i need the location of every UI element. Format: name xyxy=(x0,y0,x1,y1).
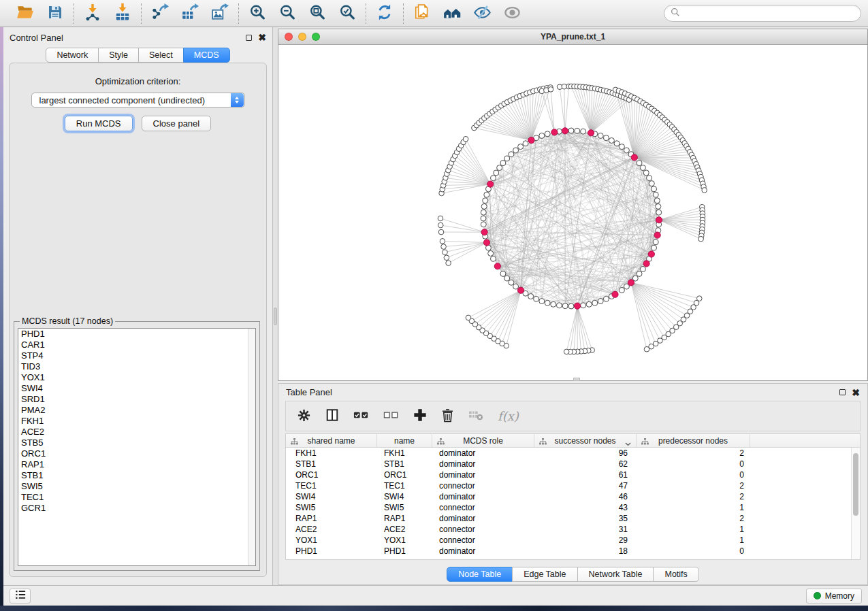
table-cell[interactable]: 96 xyxy=(534,448,637,458)
table-cell[interactable]: 2 xyxy=(637,514,750,523)
show-columns-button[interactable] xyxy=(325,408,339,424)
graph-node[interactable] xyxy=(490,176,496,181)
table-cell[interactable]: 43 xyxy=(534,503,637,512)
delete-button[interactable] xyxy=(441,408,454,425)
table-cell[interactable]: YOX1 xyxy=(377,535,432,545)
table-cell[interactable]: STB1 xyxy=(377,459,432,469)
mcds-result-item[interactable]: TEC1 xyxy=(18,492,255,503)
table-cell[interactable]: 0 xyxy=(637,546,750,556)
close-table-panel-icon[interactable]: ✖ xyxy=(852,389,860,396)
table-cell[interactable]: TEC1 xyxy=(286,481,377,491)
table-row[interactable]: STB1STB1dominator620 xyxy=(286,459,860,469)
tab-edge-table[interactable]: Edge Table xyxy=(512,567,577,582)
table-cell[interactable]: 2 xyxy=(637,448,750,458)
column-header-MCDS-role[interactable]: MCDS role xyxy=(432,434,534,447)
graph-node[interactable] xyxy=(603,296,609,301)
column-header-name[interactable]: name xyxy=(377,434,432,447)
table-cell[interactable]: FKH1 xyxy=(377,448,432,458)
table-row[interactable]: PHD1PHD1dominator180 xyxy=(286,546,860,557)
graph-hub-node[interactable] xyxy=(654,232,660,238)
export-table-button[interactable] xyxy=(180,4,199,23)
mcds-result-item[interactable]: PMA2 xyxy=(18,405,255,416)
table-cell[interactable]: ORC1 xyxy=(286,470,377,480)
table-cell[interactable]: 61 xyxy=(534,470,637,480)
table-cell[interactable]: connector xyxy=(432,503,534,512)
graph-hub-node[interactable] xyxy=(487,181,494,187)
graph-node[interactable] xyxy=(653,240,658,245)
tab-select[interactable]: Select xyxy=(138,48,184,63)
table-cell[interactable]: 1 xyxy=(637,503,750,512)
graph-node[interactable] xyxy=(556,303,562,308)
graph-node[interactable] xyxy=(446,261,451,266)
graph-hub-node[interactable] xyxy=(612,291,618,297)
first-neighbors-button[interactable] xyxy=(443,4,462,23)
graph-node[interactable] xyxy=(539,299,545,304)
table-cell[interactable]: FKH1 xyxy=(286,448,377,458)
graph-node[interactable] xyxy=(614,141,620,146)
graph-node[interactable] xyxy=(500,161,506,166)
mcds-result-item[interactable]: ACE2 xyxy=(18,427,255,437)
table-cell[interactable]: PHD1 xyxy=(286,546,377,556)
graph-node[interactable] xyxy=(619,144,624,150)
mcds-result-item[interactable]: SRD1 xyxy=(18,394,255,405)
criterion-select[interactable]: largest connected component (undirected) xyxy=(31,93,245,108)
export-image-button[interactable] xyxy=(210,4,229,23)
float-table-panel-icon[interactable] xyxy=(839,389,846,395)
table-row[interactable]: ACE2ACE2connector311 xyxy=(286,524,860,535)
table-cell[interactable]: connector xyxy=(432,525,534,534)
table-row[interactable]: TEC1TEC1connector472 xyxy=(286,480,860,491)
zoom-in-button[interactable] xyxy=(248,4,267,23)
table-cell[interactable]: 0 xyxy=(637,459,750,469)
select-all-button[interactable] xyxy=(353,410,369,423)
graph-node[interactable] xyxy=(539,133,545,138)
graph-node[interactable] xyxy=(481,216,486,221)
graph-node[interactable] xyxy=(534,296,539,301)
graph-node[interactable] xyxy=(548,87,553,93)
table-cell[interactable]: RAP1 xyxy=(286,514,377,523)
graph-node[interactable] xyxy=(592,300,598,306)
table-cell[interactable]: dominator xyxy=(432,470,534,480)
table-cell[interactable]: 29 xyxy=(534,535,637,545)
result-list-scrollbar[interactable] xyxy=(248,329,255,565)
table-cell[interactable]: RAP1 xyxy=(377,514,432,523)
table-cell[interactable]: ORC1 xyxy=(377,470,432,480)
column-header-shared-name[interactable]: shared name xyxy=(286,434,377,447)
table-cell[interactable]: 35 xyxy=(534,514,637,523)
graph-node[interactable] xyxy=(581,303,586,308)
refresh-layout-button[interactable] xyxy=(375,4,394,23)
table-cell[interactable]: 62 xyxy=(534,459,637,469)
table-cell[interactable]: 0 xyxy=(637,470,750,480)
table-row[interactable]: YOX1YOX1connector291 xyxy=(286,535,860,546)
graph-hub-node[interactable] xyxy=(656,217,662,223)
table-cell[interactable]: SWI5 xyxy=(286,503,377,512)
function-builder-button[interactable]: f(x) xyxy=(498,409,519,423)
mcds-result-item[interactable]: SWI5 xyxy=(18,481,255,492)
graph-node[interactable] xyxy=(551,301,556,307)
table-cell[interactable]: dominator xyxy=(432,546,534,556)
show-hidden-button[interactable] xyxy=(502,4,521,23)
graph-node[interactable] xyxy=(652,245,657,250)
open-button[interactable] xyxy=(16,4,35,23)
graph-hub-node[interactable] xyxy=(483,240,489,246)
graph-node[interactable] xyxy=(624,148,629,153)
graph-node[interactable] xyxy=(644,346,649,352)
table-cell[interactable]: 1 xyxy=(637,525,750,534)
graph-hub-node[interactable] xyxy=(643,261,649,267)
graph-node[interactable] xyxy=(509,280,514,285)
graph-node[interactable] xyxy=(647,176,652,181)
table-cell[interactable]: ACE2 xyxy=(286,525,377,534)
graph-node[interactable] xyxy=(438,222,443,228)
table-scrollbar[interactable] xyxy=(851,448,860,559)
graph-hub-node[interactable] xyxy=(528,137,534,143)
column-header-successor-nodes[interactable]: successor nodes xyxy=(534,434,637,447)
graph-node[interactable] xyxy=(581,129,586,134)
graph-node[interactable] xyxy=(481,210,486,215)
mcds-result-item[interactable]: TID3 xyxy=(18,361,255,372)
graph-node[interactable] xyxy=(481,203,487,209)
graph-hub-node[interactable] xyxy=(562,128,568,134)
table-cell[interactable]: TEC1 xyxy=(377,481,432,491)
graph-node[interactable] xyxy=(656,203,661,209)
graph-node[interactable] xyxy=(652,186,657,192)
zoom-fit-button[interactable] xyxy=(308,4,327,23)
network-window-titlebar[interactable]: YPA_prune.txt_1 xyxy=(278,29,867,45)
